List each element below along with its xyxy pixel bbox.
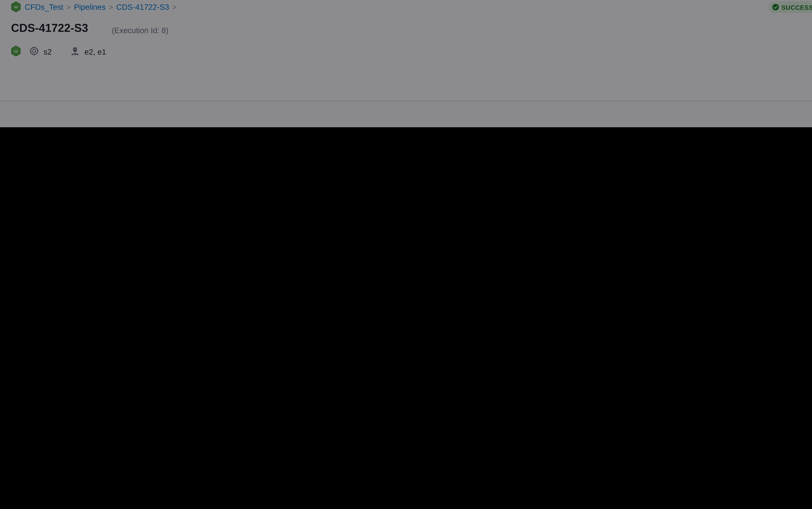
modal-dim-overlay — [0, 0, 812, 127]
app-viewport: ∞ CFDs_Test>Pipelines>CDS-41722-S3> SUCC… — [0, 0, 812, 127]
